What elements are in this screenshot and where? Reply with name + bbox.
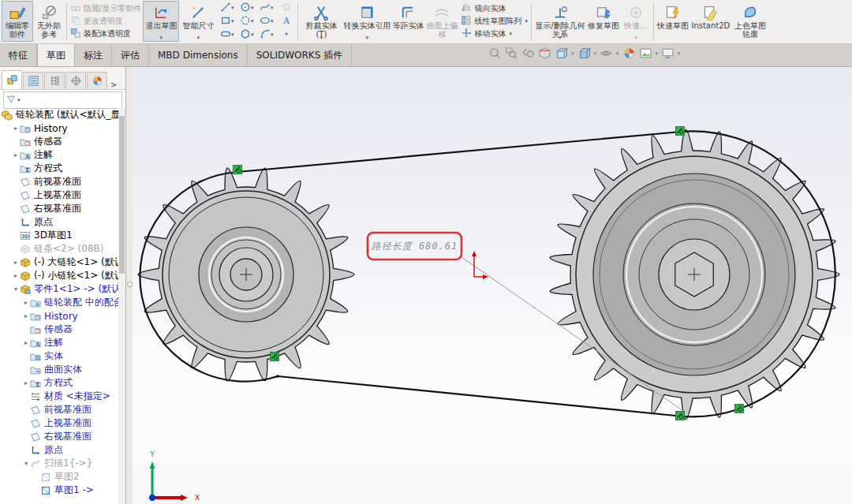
small-sprocket[interactable] — [138, 168, 354, 381]
tree-item-扫描1-[interactable]: ▾扫描1{->} — [0, 457, 120, 470]
tree-expander-icon[interactable]: ▾ — [12, 286, 20, 293]
panel-tabs-overflow-arrow[interactable]: > — [110, 80, 117, 89]
text-tool-button[interactable]: A — [276, 15, 296, 28]
instant2d-button[interactable]: Instant2D — [690, 1, 731, 42]
tree-item-注解[interactable]: ▸A注解 — [0, 336, 120, 349]
apply-scene-icon[interactable] — [638, 46, 653, 61]
tab-sketch[interactable]: 草图 — [37, 44, 75, 66]
tangent-relation-icon[interactable] — [735, 405, 744, 413]
dropdown-arrow-icon[interactable]: ▾ — [509, 31, 512, 37]
dropdown-arrow-icon[interactable]: ▾ — [197, 35, 200, 41]
panel-splitter-handle[interactable] — [127, 282, 133, 287]
displaymanager-tab[interactable] — [87, 72, 107, 89]
dropdown-arrow-icon[interactable]: ▾ — [559, 35, 562, 41]
sketch-origin[interactable] — [472, 251, 488, 279]
tab-mbd-dimensions[interactable]: MBD Dimensions — [149, 44, 248, 66]
smart-dimension-button[interactable]: 智能尺寸▾ — [179, 1, 217, 42]
tree-scrollbar[interactable] — [118, 108, 125, 504]
tree-item-history[interactable]: ▸History — [0, 309, 120, 323]
zoom-to-fit-icon[interactable] — [488, 46, 503, 61]
tree-item-材质-未指定-[interactable]: 材质 <未指定> — [0, 390, 120, 403]
tree-item-传感器[interactable]: 传感器 — [0, 323, 120, 336]
zoom-to-area-icon[interactable] — [504, 46, 519, 61]
dropdown-arrow-icon[interactable]: ▾ — [231, 32, 234, 38]
tree-item-方程式[interactable]: ▸Σ方程式 — [0, 376, 120, 390]
path-length-dimension[interactable]: 路径长度 680.61 — [368, 233, 462, 259]
tree-filter-input[interactable]: ▾ — [3, 91, 122, 109]
model-canvas[interactable]: 路径长度 680.61YX — [133, 67, 852, 504]
hide-show-components-button[interactable]: 隐藏/显示零部件 — [69, 2, 143, 15]
edit-appearance-icon[interactable] — [622, 46, 637, 61]
dropdown-arrow-icon[interactable]: ▾ — [366, 35, 369, 41]
tangent-relation-icon[interactable] — [676, 127, 685, 136]
convert-entities-button[interactable]: 转换实体引用▾ — [342, 1, 391, 42]
exit-sketch-button[interactable]: 退出草图▾ — [143, 1, 179, 42]
dropdown-arrow-icon[interactable]: ▾ — [571, 50, 574, 57]
tree-expander-icon[interactable]: ▸ — [22, 379, 30, 386]
rectangle-tool-button[interactable]: ▾ — [217, 15, 237, 28]
no-external-references-button[interactable]: 无外部参考 — [33, 1, 65, 42]
propertymanager-tab[interactable] — [23, 72, 43, 89]
offset-entities-button[interactable]: 等距实体 — [391, 1, 424, 42]
tree-item-右视基准面[interactable]: 右视基准面 — [0, 202, 120, 215]
fillet-tool-button[interactable]: ▾ — [256, 28, 276, 42]
tree-item-3d草图1[interactable]: 3D3D草图1 — [0, 229, 120, 242]
tree-item-实体[interactable]: 实体 — [0, 349, 120, 363]
dropdown-arrow-icon[interactable]: ▾ — [271, 5, 274, 11]
tree-item-链轮装配-中的配合[interactable]: ▸链轮装配 中的配合 — [0, 296, 120, 309]
tree-item-传感器[interactable]: 传感器 — [0, 135, 120, 148]
spline-tool-button[interactable]: ▾ — [256, 2, 276, 15]
dropdown-arrow-icon[interactable]: ▾ — [678, 50, 681, 57]
dropdown-arrow-icon[interactable]: ▾ — [160, 35, 163, 41]
tree-item-前视基准面[interactable]: 前视基准面 — [0, 175, 120, 189]
tree-item-链轮装配-默认-默认_显示[interactable]: 链轮装配 (默认<默认_显示 — [0, 108, 120, 121]
dropdown-arrow-icon[interactable]: ▾ — [231, 18, 234, 24]
tab-evaluate[interactable]: 评估 — [112, 44, 149, 66]
tab-features[interactable]: 特征 — [0, 44, 37, 66]
tree-item-history[interactable]: ▸History — [0, 121, 120, 135]
tree-item-链条-2-08b-[interactable]: 链条<2> (08B) — [0, 242, 120, 256]
tree-expander-icon[interactable]: ▸ — [12, 259, 20, 266]
line-tool-button[interactable]: ▾ — [217, 2, 237, 15]
dropdown-arrow-icon[interactable]: ▾ — [251, 5, 254, 11]
dropdown-arrow-icon[interactable]: ▾ — [525, 18, 528, 24]
tangent-relation-icon[interactable] — [234, 166, 242, 174]
tree-item-方程式[interactable]: Σ方程式 — [0, 162, 120, 175]
linear-sketch-pattern-button[interactable]: 线性草图阵列▾ — [459, 15, 529, 28]
dropdown-arrow-icon[interactable]: ▾ — [616, 50, 619, 57]
dropdown-arrow-icon[interactable]: ▾ — [656, 50, 659, 57]
repair-sketch-button[interactable]: 修复草图 — [587, 1, 620, 42]
dropdown-arrow-icon[interactable]: ▾ — [271, 32, 274, 38]
edit-component-button[interactable]: 编辑零部件 — [2, 1, 33, 42]
tree-scrollbar-thumb[interactable] — [119, 116, 125, 274]
dropdown-arrow-icon[interactable]: ▾ — [594, 50, 597, 57]
ellipse-tool-button[interactable]: ▾ — [256, 15, 276, 28]
rapid-sketch-button[interactable]: 快速草图 — [656, 1, 690, 42]
tree-expander-icon[interactable]: ▾ — [22, 460, 30, 467]
move-entities-button[interactable]: 移动实体▾ — [459, 28, 529, 40]
tree-item--大链轮-1-默认-默[interactable]: ▸(-) 大链轮<1> (默认<默 — [0, 256, 120, 269]
tree-item-原点[interactable]: 原点 — [0, 215, 120, 229]
tab-markup[interactable]: 标注 — [75, 44, 112, 66]
dimxpertmanager-tab[interactable] — [65, 72, 86, 89]
graphics-area[interactable]: 路径长度 680.61YX — [133, 67, 852, 504]
tree-collapse-arrow[interactable]: ^ — [111, 110, 118, 119]
tree-item-上视基准面[interactable]: 上视基准面 — [0, 416, 120, 430]
display-style-icon[interactable] — [577, 46, 592, 61]
previous-view-icon[interactable] — [521, 46, 536, 61]
dropdown-arrow-icon[interactable]: ▾ — [251, 32, 254, 38]
change-transparency-button[interactable]: 更改透明度 — [69, 15, 143, 28]
tree-item-上视基准面[interactable]: 上视基准面 — [0, 189, 120, 202]
mirror-entities-button[interactable]: 镜向实体 — [459, 2, 529, 15]
tree-expander-icon[interactable]: ▸ — [22, 299, 30, 306]
tree-item-曲面实体[interactable]: 曲面实体 — [0, 363, 120, 376]
tree-expander-icon[interactable]: ▸ — [22, 339, 30, 346]
tab-solidworks-addins[interactable]: SOLIDWORKS 插件 — [248, 44, 352, 66]
slot-tool-button[interactable]: ▾ — [217, 28, 237, 42]
sketch-point[interactable] — [276, 375, 279, 378]
assembly-transparency-button[interactable]: 装配体透明度 — [69, 28, 143, 40]
tree-item-零件1-1-默认-默[interactable]: ▾零件1<1> -> (默认<<默 — [0, 282, 120, 296]
trim-entities-button[interactable]: 剪裁实体(T)▾ — [300, 1, 342, 42]
view-settings-icon[interactable] — [660, 46, 675, 61]
dropdown-arrow-icon[interactable]: ▾ — [251, 18, 254, 24]
